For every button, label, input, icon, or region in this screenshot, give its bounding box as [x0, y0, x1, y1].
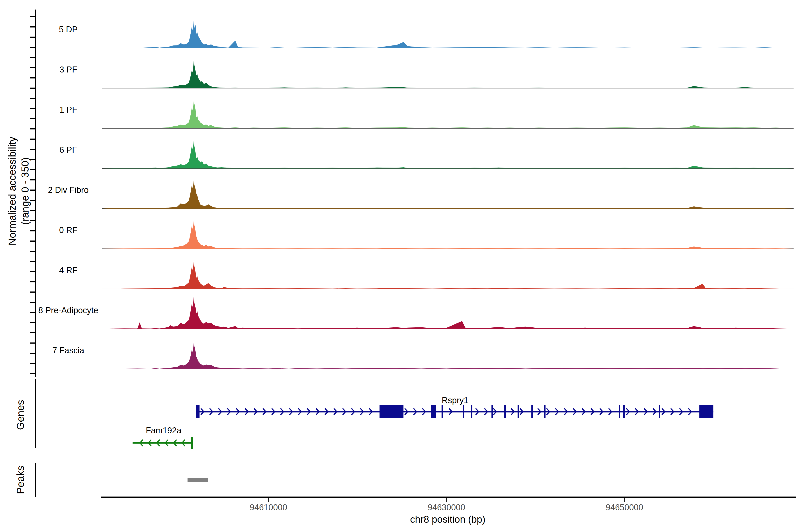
- y-axis-tick: [31, 342, 35, 344]
- track-2-div-fibro: [102, 180, 794, 209]
- y-axis-tick: [31, 332, 35, 334]
- gene-exon-thin: [659, 405, 660, 418]
- y-axis-tick: [31, 281, 35, 282]
- track-label-7-fascia: 7 Fascia: [52, 346, 84, 355]
- gene-label-rspry1: Rspry1: [442, 396, 468, 405]
- gene-exon: [191, 437, 193, 449]
- peaks-section-label: Peaks: [14, 466, 27, 494]
- y-axis-tick: [31, 67, 35, 68]
- track-3-pf: [102, 60, 794, 88]
- y-axis-tick: [31, 353, 35, 354]
- plot-canvas: [0, 0, 798, 532]
- x-axis-tick: [624, 498, 625, 501]
- y-axis-label-line1: Normalized accessibility: [6, 137, 19, 246]
- gene-exon: [431, 405, 436, 418]
- track-label-5-dp: 5 DP: [59, 25, 78, 34]
- x-axis-tick: [446, 498, 447, 501]
- track-area: [102, 101, 794, 128]
- y-axis-tick: [31, 88, 35, 89]
- gene-exon-thin: [619, 405, 620, 418]
- y-axis-tick: [31, 16, 35, 17]
- track-label-2-div-fibro: 2 Div Fibro: [48, 185, 89, 195]
- y-axis-label: Normalized accessibility (range 0 - 350): [6, 137, 32, 246]
- track-label-4-rf: 4 RF: [59, 266, 77, 275]
- y-axis-tick: [31, 98, 35, 99]
- y-axis-tick: [31, 251, 35, 252]
- gene-exon-thin: [531, 405, 533, 418]
- track-area: [102, 20, 794, 48]
- track-area: [102, 221, 794, 249]
- x-tick-label-94610000: 94610000: [250, 503, 287, 512]
- coverage-plot-figure: Normalized accessibility (range 0 - 350)…: [0, 0, 798, 532]
- y-axis-tick: [31, 291, 35, 292]
- y-axis-label-line2: (range 0 - 350): [19, 137, 32, 246]
- track-label-3-pf: 3 PF: [59, 65, 77, 75]
- y-axis-tick: [31, 57, 35, 58]
- track-1-pf: [102, 101, 794, 128]
- y-axis-tick: [31, 322, 35, 323]
- y-axis-tick: [31, 271, 35, 272]
- y-axis-tick: [31, 312, 35, 313]
- gene-exon-thin: [623, 405, 625, 418]
- peak-region-bar: [188, 478, 208, 482]
- y-axis-spine: [35, 10, 36, 377]
- y-axis-tick: [31, 26, 35, 27]
- y-axis-tick: [31, 47, 35, 48]
- track-label-1-pf: 1 PF: [59, 105, 77, 115]
- gene-model-rspry1: [196, 405, 713, 418]
- track-area: [102, 262, 794, 289]
- gene-exon-thin: [471, 405, 472, 418]
- track-area: [102, 343, 794, 369]
- x-axis-tick: [268, 498, 269, 501]
- y-axis-tick: [31, 118, 35, 119]
- y-axis-tick: [31, 261, 35, 262]
- genes-bracket-line: [35, 379, 36, 448]
- track-0-rf: [102, 221, 794, 249]
- gene-label-fam192a: Fam192a: [146, 426, 182, 435]
- y-axis-tick: [31, 77, 35, 78]
- track-label-6-pf: 6 PF: [59, 145, 77, 155]
- gene-exon-thin: [518, 405, 519, 418]
- gene-exon-thin: [491, 405, 493, 418]
- gene-exon: [699, 405, 713, 418]
- y-axis-tick: [31, 37, 35, 38]
- track-label-0-rf: 0 RF: [59, 225, 77, 235]
- track-area: [102, 60, 794, 88]
- x-tick-label-94650000: 94650000: [606, 503, 643, 512]
- x-axis-title: chr8 position (bp): [410, 514, 486, 525]
- x-axis-line: [101, 496, 796, 498]
- track-6-pf: [102, 141, 794, 169]
- gene-exon-thin: [463, 405, 464, 418]
- track-7-fascia: [102, 343, 794, 369]
- x-tick-label-94630000: 94630000: [428, 503, 465, 512]
- track-5-dp: [102, 20, 794, 48]
- gene-exon: [380, 405, 403, 418]
- peaks-bracket-line: [35, 463, 36, 497]
- track-8-pre-adipocyte: [102, 297, 794, 329]
- track-area: [102, 180, 794, 209]
- y-axis-tick: [31, 302, 35, 303]
- track-area: [102, 297, 794, 329]
- genes-section-label: Genes: [14, 400, 27, 430]
- y-axis-tick: [31, 108, 35, 109]
- y-axis-tick: [31, 373, 35, 374]
- track-area: [102, 141, 794, 169]
- gene-model-fam192a: [133, 437, 193, 449]
- track-4-rf: [102, 262, 794, 289]
- gene-exon-thin: [441, 405, 443, 418]
- y-axis-tick: [31, 128, 35, 130]
- gene-exon: [196, 405, 200, 418]
- gene-exon-thin: [504, 405, 506, 418]
- gene-exon-thin: [544, 405, 546, 418]
- track-label-8-pre-adipocyte: 8 Pre-Adipocyte: [38, 306, 98, 315]
- y-axis-tick: [31, 363, 35, 364]
